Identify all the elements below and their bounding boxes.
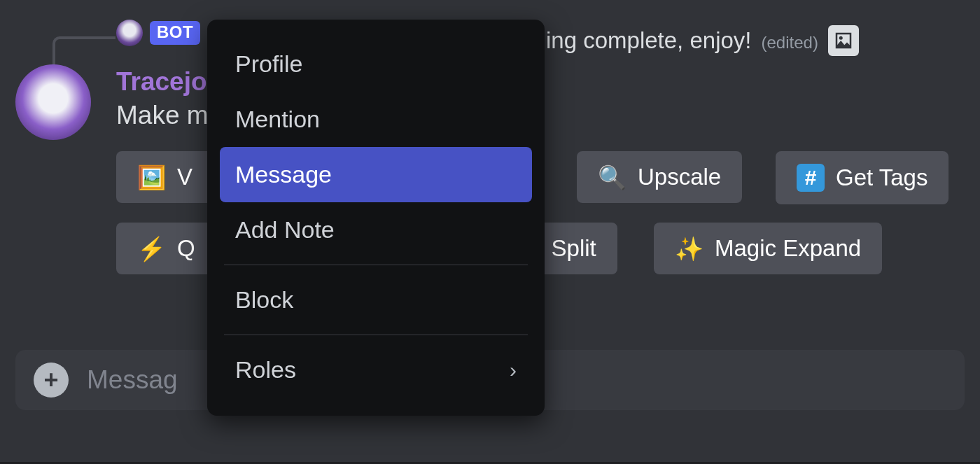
reply-message-tail: ing complete, enjoy! (edited) — [546, 22, 859, 54]
composer-placeholder: Messag — [87, 365, 178, 395]
split-button-partial[interactable]: d Split — [532, 223, 617, 274]
frame-icon: 🖼️ — [137, 166, 166, 189]
user-avatar[interactable] — [15, 64, 91, 140]
ctx-item-mention[interactable]: Mention — [220, 92, 532, 147]
plus-icon: + — [43, 365, 58, 395]
sparkle-wand-icon: ✨ — [675, 237, 704, 260]
ctx-label: Block — [235, 286, 293, 314]
action-button-label: Q — [177, 235, 195, 262]
edited-label: (edited) — [762, 33, 818, 52]
ctx-item-block[interactable]: Block — [220, 272, 532, 328]
magnifier-icon: 🔍 — [598, 166, 626, 189]
ctx-label: Profile — [235, 50, 302, 78]
ctx-label: Mention — [235, 106, 320, 133]
chevron-right-icon: › — [510, 358, 517, 382]
reply-avatar[interactable] — [116, 20, 143, 46]
ctx-separator — [224, 265, 528, 265]
reply-text-fragment: ing complete, enjoy! — [546, 27, 752, 54]
ctx-label: Add Note — [235, 216, 335, 244]
ctx-item-profile[interactable]: Profile — [220, 36, 532, 92]
ctx-item-roles[interactable]: Roles › — [220, 342, 532, 398]
bot-tag: BOT — [150, 21, 200, 45]
ctx-item-message[interactable]: Message — [220, 147, 532, 202]
action-button-label: V — [177, 164, 192, 190]
ctx-label: Message — [235, 161, 332, 188]
attach-button[interactable]: + — [34, 363, 69, 398]
get-tags-button[interactable]: # Get Tags — [776, 151, 948, 204]
ctx-separator — [224, 335, 528, 335]
upscale-button[interactable]: 🔍 Upscale — [577, 151, 742, 203]
hash-icon: # — [797, 164, 825, 192]
ctx-item-add-note[interactable]: Add Note — [220, 202, 532, 258]
upscale-label: Upscale — [638, 164, 721, 190]
magic-expand-label: Magic Expand — [715, 235, 861, 262]
get-tags-label: Get Tags — [836, 164, 927, 191]
message-text: Make m — [116, 101, 209, 130]
reply-row: BOT — [116, 20, 200, 46]
ctx-label: Roles — [235, 356, 296, 384]
svg-point-0 — [839, 36, 843, 40]
image-attachment-icon[interactable] — [828, 25, 859, 56]
reply-connector — [52, 36, 115, 69]
magic-expand-button[interactable]: ✨ Magic Expand — [654, 223, 882, 274]
lightning-icon: ⚡ — [137, 237, 166, 260]
user-context-menu: Profile Mention Message Add Note Block R… — [207, 20, 545, 416]
username[interactable]: Tracejo — [116, 67, 207, 97]
